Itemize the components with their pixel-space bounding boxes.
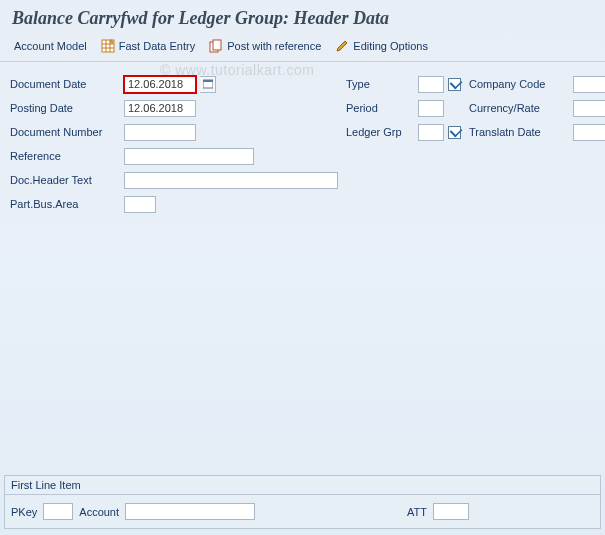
translatn-date-input[interactable] (573, 124, 605, 141)
form-area: Document Date Posting Date Document Numb… (0, 62, 605, 222)
ledger-grp-label: Ledger Grp (346, 126, 414, 138)
copy-document-icon (209, 39, 223, 53)
translatn-date-label: Translatn Date (469, 126, 569, 138)
editing-options-label: Editing Options (353, 40, 428, 52)
type-required-checkbox[interactable] (448, 78, 461, 91)
document-number-label: Document Number (10, 126, 120, 138)
part-bus-area-label: Part.Bus.Area (10, 198, 120, 210)
type-input[interactable] (418, 76, 444, 93)
company-code-input[interactable] (573, 76, 605, 93)
document-number-input[interactable] (124, 124, 196, 141)
currency-input[interactable] (573, 100, 605, 117)
account-label: Account (79, 506, 119, 518)
posting-date-input[interactable] (124, 100, 196, 117)
pkey-input[interactable] (43, 503, 73, 520)
doc-header-text-input[interactable] (124, 172, 338, 189)
company-code-label: Company Code (469, 78, 569, 90)
type-label: Type (346, 78, 414, 90)
page-title: Balance Carryfwd for Ledger Group: Heade… (0, 0, 605, 33)
svg-rect-2 (213, 40, 221, 50)
document-date-label: Document Date (10, 78, 120, 90)
account-input[interactable] (125, 503, 255, 520)
account-model-label: Account Model (14, 40, 87, 52)
pkey-label: PKey (11, 506, 37, 518)
att-label: ATT (407, 506, 427, 518)
currency-rate-label: Currency/Rate (469, 102, 569, 114)
first-line-item-section: First Line Item PKey Account ATT (4, 475, 601, 529)
doc-header-text-label: Doc.Header Text (10, 174, 120, 186)
period-label: Period (346, 102, 414, 114)
account-model-button[interactable]: Account Model (14, 40, 87, 52)
period-input[interactable] (418, 100, 444, 117)
post-with-reference-label: Post with reference (227, 40, 321, 52)
fast-data-entry-button[interactable]: Fast Data Entry (101, 39, 195, 53)
reference-label: Reference (10, 150, 120, 162)
att-input[interactable] (433, 503, 469, 520)
svg-rect-4 (203, 80, 213, 82)
date-picker-button[interactable] (200, 76, 216, 93)
ledger-grp-required-checkbox[interactable] (448, 126, 461, 139)
posting-date-label: Posting Date (10, 102, 120, 114)
ledger-grp-input[interactable] (418, 124, 444, 141)
calendar-icon (203, 79, 213, 89)
spreadsheet-icon (101, 39, 115, 53)
post-with-reference-button[interactable]: Post with reference (209, 39, 321, 53)
pencil-icon (335, 39, 349, 53)
part-bus-area-input[interactable] (124, 196, 156, 213)
reference-input[interactable] (124, 148, 254, 165)
first-line-item-title: First Line Item (5, 476, 600, 495)
fast-data-entry-label: Fast Data Entry (119, 40, 195, 52)
document-date-input[interactable] (124, 76, 196, 93)
editing-options-button[interactable]: Editing Options (335, 39, 428, 53)
toolbar: Account Model Fast Data Entry Post with … (0, 33, 605, 62)
